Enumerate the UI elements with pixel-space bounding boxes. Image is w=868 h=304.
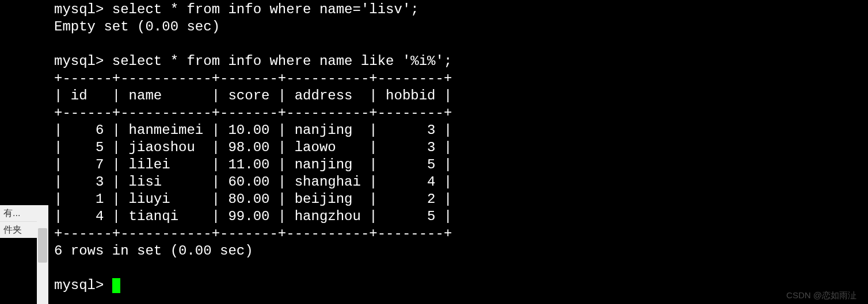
table-border: +------+-----------+-------+----------+-… — [54, 105, 452, 121]
table-border: +------+-----------+-------+----------+-… — [54, 71, 452, 86]
sidebar-item-label: 有... — [3, 207, 20, 219]
watermark: CSDN @恋如雨沚 — [786, 290, 856, 301]
table-row: | 1 | liuyi | 80.00 | beijing | 2 | — [54, 191, 452, 207]
table-header: | id | name | score | address | hobbid | — [54, 88, 452, 103]
query-line: mysql> select * from info where name lik… — [54, 53, 452, 69]
row-summary: 6 rows in set (0.00 sec) — [54, 243, 253, 259]
table-row: | 4 | tianqi | 99.00 | hangzhou | 5 | — [54, 209, 452, 224]
sidebar-item-label: 件夹 — [3, 224, 22, 236]
scrollbar-thumb[interactable] — [38, 228, 47, 263]
table-row: | 5 | jiaoshou | 98.00 | laowo | 3 | — [54, 140, 452, 155]
scrollbar-track[interactable] — [37, 205, 48, 304]
mysql-prompt: mysql> — [54, 278, 112, 293]
prev-query-line: mysql> select * from info where name='li… — [54, 2, 419, 17]
cursor-icon — [112, 278, 120, 293]
table-row: | 6 | hanmeimei | 10.00 | nanjing | 3 | — [54, 122, 452, 138]
table-row: | 7 | lilei | 11.00 | nanjing | 5 | — [54, 157, 452, 172]
terminal-output[interactable]: mysql> select * from info where name='li… — [54, 0, 868, 304]
table-border: +------+-----------+-------+----------+-… — [54, 226, 452, 241]
table-row: | 3 | lisi | 60.00 | shanghai | 4 | — [54, 174, 452, 190]
empty-set-line: Empty set (0.00 sec) — [54, 19, 220, 34]
